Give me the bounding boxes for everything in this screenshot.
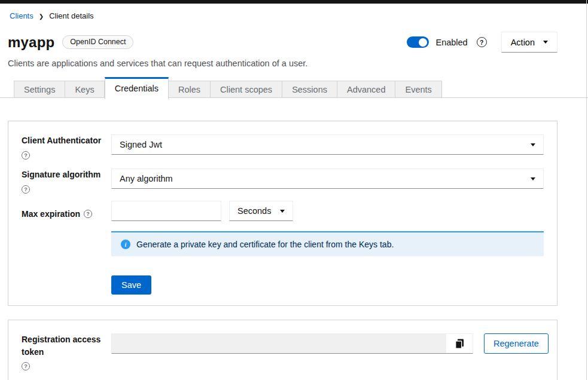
enabled-toggle[interactable] (407, 36, 429, 48)
info-icon: i (121, 240, 130, 249)
action-menu-button[interactable]: Action (501, 32, 557, 53)
tab-settings[interactable]: Settings (14, 81, 65, 97)
breadcrumb-current: Client details (49, 11, 93, 20)
breadcrumb-clients-link[interactable]: Clients (10, 11, 33, 20)
client-details-page: Clients ❯ Client details myapp OpenID Co… (8, 11, 557, 380)
header-controls: Enabled ? Action (407, 32, 557, 53)
client-authenticator-label: Client Authenticator (22, 134, 111, 146)
masthead-bottom-edge (0, 0, 588, 4)
title-group: myapp OpenID Connect (8, 34, 133, 51)
registration-token-label: Registration access token (22, 333, 105, 358)
registration-token-controls: Regenerate (111, 333, 549, 354)
info-alert-text: Generate a private key and certificate f… (136, 240, 394, 249)
regenerate-button[interactable]: Regenerate (484, 333, 549, 354)
info-alert: i Generate a private key and certificate… (111, 231, 544, 256)
max-expiration-input[interactable] (111, 201, 221, 221)
breadcrumb-separator-icon: ❯ (39, 14, 44, 20)
max-expiration-help-icon[interactable]: ? (84, 210, 92, 218)
signature-algorithm-value: Any algorithm (120, 174, 173, 183)
client-tabs: Settings Keys Credentials Roles Client s… (0, 76, 588, 98)
signature-algorithm-select[interactable]: Any algorithm (111, 168, 544, 189)
page-description: Clients are applications and services th… (8, 59, 557, 68)
max-expiration-row: Max expiration ? Seconds (22, 201, 544, 221)
max-expiration-unit-value: Seconds (237, 206, 271, 216)
max-expiration-label-cell: Max expiration ? (22, 208, 111, 220)
page-title: myapp (8, 34, 54, 51)
enabled-help-icon[interactable]: ? (477, 37, 487, 47)
save-button[interactable]: Save (111, 275, 151, 295)
registration-token-label-cell: Registration access token ? (22, 333, 105, 370)
copy-icon (455, 339, 464, 349)
tab-credentials[interactable]: Credentials (105, 77, 169, 99)
page-header: myapp OpenID Connect Enabled ? Action (8, 32, 557, 53)
action-menu-label: Action (511, 38, 535, 47)
tab-client-scopes[interactable]: Client scopes (211, 81, 282, 97)
tab-roles[interactable]: Roles (169, 81, 211, 97)
copy-button[interactable] (446, 334, 473, 353)
protocol-badge: OpenID Connect (62, 35, 133, 50)
tab-keys[interactable]: Keys (65, 81, 104, 97)
tab-events[interactable]: Events (395, 81, 441, 97)
signature-algorithm-help-icon[interactable]: ? (22, 185, 30, 194)
toggle-knob-icon (419, 38, 427, 47)
chevron-down-icon (531, 143, 535, 146)
registration-token-help-icon[interactable]: ? (22, 362, 30, 370)
scrollbar-track[interactable] (586, 0, 587, 380)
breadcrumb: Clients ❯ Client details (8, 11, 557, 20)
registration-token-card: Registration access token ? Regenerate (8, 320, 557, 380)
chevron-down-icon (543, 41, 548, 44)
client-authenticator-label-cell: Client Authenticator ? (22, 134, 111, 160)
signature-algorithm-label-cell: Signature algorithm ? (22, 168, 111, 194)
signature-algorithm-row: Signature algorithm ? Any algorithm (22, 168, 544, 194)
client-authenticator-select[interactable]: Signed Jwt (111, 134, 544, 155)
alert-row: i Generate a private key and certificate… (22, 221, 544, 256)
chevron-down-icon (531, 177, 535, 180)
signature-algorithm-label: Signature algorithm (22, 168, 111, 180)
chevron-down-icon (280, 210, 285, 213)
credentials-card: Client Authenticator ? Signed Jwt Signat… (8, 121, 557, 306)
save-row: Save (22, 256, 544, 295)
registration-token-row: Registration access token ? Regenerate (22, 333, 544, 370)
client-authenticator-help-icon[interactable]: ? (22, 151, 30, 160)
max-expiration-unit-select[interactable]: Seconds (229, 201, 293, 221)
registration-token-input (112, 334, 446, 353)
tab-sessions[interactable]: Sessions (282, 81, 337, 97)
client-authenticator-row: Client Authenticator ? Signed Jwt (22, 134, 544, 160)
client-authenticator-value: Signed Jwt (120, 140, 162, 149)
token-input-group (111, 333, 473, 354)
enabled-label: Enabled (435, 38, 467, 47)
tab-advanced[interactable]: Advanced (337, 81, 396, 97)
max-expiration-label: Max expiration (22, 208, 80, 220)
